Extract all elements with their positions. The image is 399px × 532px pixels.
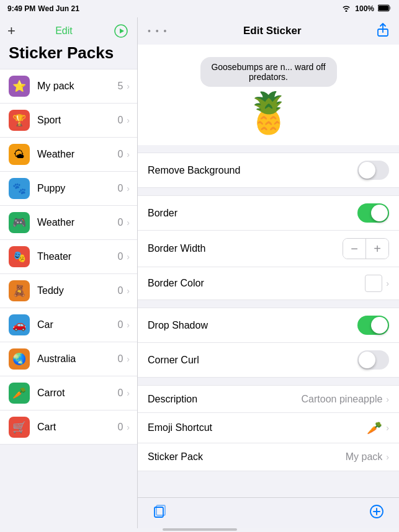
emoji-shortcut-value: 🥕 [367, 420, 382, 435]
border-width-stepper[interactable]: − + [343, 238, 389, 259]
sticker-item-weather2[interactable]: 🎮 Weather 0 › [0, 206, 137, 240]
border-label: Border [148, 208, 357, 219]
svg-rect-1 [390, 6, 391, 9]
description-label: Description [148, 394, 302, 405]
sticker-chevron-car: › [127, 320, 130, 330]
bottom-bar [138, 497, 399, 528]
border-color-chevron: › [386, 278, 389, 288]
stepper-plus-button[interactable]: + [366, 239, 388, 259]
sticker-name-weather: Weather [37, 149, 117, 160]
status-date: Wed Jun 21 [38, 4, 79, 13]
sticker-item-car[interactable]: 🚗 Car 0 › [0, 308, 137, 342]
status-time: 9:49 PM [7, 4, 35, 13]
sticker-count-australia: 0 [117, 353, 123, 365]
sticker-chevron-weather: › [127, 149, 130, 159]
corner-curl-row: Corner Curl [138, 343, 399, 377]
sticker-item-theater[interactable]: 🎭 Theater 0 › [0, 240, 137, 274]
border-width-row: Border Width − + [138, 231, 399, 267]
border-color-swatch [365, 275, 382, 292]
sticker-icon-cart: 🛒 [9, 417, 30, 438]
remove-background-section: Remove Background [138, 153, 399, 188]
sticker-name-theater: Theater [37, 251, 117, 262]
drop-shadow-label: Drop Shadow [148, 320, 357, 331]
sticker-emoji: 🍍 [244, 93, 294, 133]
border-toggle[interactable] [357, 203, 389, 223]
sidebar: + Edit Sticker Packs ⭐ My pack 5 › 🏆 Spo… [0, 17, 138, 528]
play-button[interactable] [112, 22, 130, 40]
sticker-count-my-pack: 5 [117, 81, 123, 92]
sticker-chevron-my-pack: › [127, 81, 130, 91]
sidebar-title: Sticker Packs [0, 43, 137, 69]
status-bar: 9:49 PM Wed Jun 21 100% [0, 0, 399, 17]
sticker-count-weather2: 0 [117, 217, 123, 228]
sticker-pack-row[interactable]: Sticker Pack My pack › [138, 443, 399, 471]
home-bar [163, 528, 237, 531]
border-width-label: Border Width [148, 243, 343, 254]
sticker-icon-teddy: 🧸 [9, 280, 30, 301]
edit-button[interactable]: Edit [55, 25, 73, 37]
sticker-item-weather[interactable]: 🌤 Weather 0 › [0, 138, 137, 172]
sticker-pack-chevron: › [386, 452, 389, 462]
sticker-count-cart: 0 [117, 422, 123, 433]
share-button[interactable] [377, 23, 389, 40]
sticker-item-sport[interactable]: 🏆 Sport 0 › [0, 104, 137, 138]
border-color-row[interactable]: Border Color › [138, 267, 399, 299]
remove-background-toggle[interactable] [357, 161, 389, 180]
emoji-shortcut-row[interactable]: Emoji Shortcut 🥕 › [138, 413, 399, 443]
corner-curl-knob [359, 352, 375, 368]
sticker-name-puppy: Puppy [37, 183, 117, 194]
sticker-count-teddy: 0 [117, 285, 123, 296]
sticker-chevron-carrot: › [127, 388, 130, 398]
sticker-chevron-weather2: › [127, 218, 130, 228]
sticker-chevron-cart: › [127, 422, 130, 432]
sticker-chevron-teddy: › [127, 286, 130, 296]
remove-background-label: Remove Background [148, 165, 357, 176]
remove-background-row: Remove Background [138, 153, 399, 187]
sticker-pack-label: Sticker Pack [148, 451, 346, 463]
description-chevron: › [386, 394, 389, 404]
stepper-minus-button[interactable]: − [343, 239, 365, 259]
svg-rect-2 [379, 6, 388, 11]
sticker-item-australia[interactable]: 🌏 Australia 0 › [0, 342, 137, 376]
header-title: Edit Sticker [243, 25, 302, 37]
sticker-pack-value: My pack [346, 451, 383, 463]
corner-curl-toggle[interactable] [357, 350, 389, 370]
right-header: • • • Edit Sticker [138, 17, 399, 45]
wifi-icon [341, 4, 351, 14]
sticker-icon-my-pack: ⭐ [9, 76, 30, 97]
sticker-item-teddy[interactable]: 🧸 Teddy 0 › [0, 274, 137, 308]
sticker-item-cart[interactable]: 🛒 Cart 0 › [0, 410, 137, 445]
sticker-item-my-pack[interactable]: ⭐ My pack 5 › [0, 69, 137, 104]
border-row: Border [138, 196, 399, 231]
sticker-name-cart: Cart [37, 422, 117, 433]
sticker-count-car: 0 [117, 319, 123, 330]
sticker-icon-puppy: 🐾 [9, 178, 30, 199]
battery-text: 100% [355, 4, 374, 13]
add-sticker-button[interactable] [369, 504, 384, 523]
description-row[interactable]: Description Cartoon pineapple › [138, 386, 399, 413]
sticker-library-button[interactable] [153, 504, 168, 523]
home-indicator [0, 528, 399, 532]
sticker-chevron-australia: › [127, 354, 130, 364]
status-right: 100% [341, 4, 392, 14]
sticker-count-weather: 0 [117, 149, 123, 160]
app-body: + Edit Sticker Packs ⭐ My pack 5 › 🏆 Spo… [0, 17, 399, 528]
status-left: 9:49 PM Wed Jun 21 [7, 4, 79, 13]
sticker-icon-car: 🚗 [9, 314, 30, 335]
emoji-shortcut-label: Emoji Shortcut [148, 422, 367, 433]
sticker-item-puppy[interactable]: 🐾 Puppy 0 › [0, 172, 137, 206]
meta-section: Description Cartoon pineapple › Emoji Sh… [138, 385, 399, 471]
sticker-name-teddy: Teddy [37, 285, 117, 296]
border-color-label: Border Color [148, 278, 365, 289]
sticker-name-car: Car [37, 319, 117, 330]
sticker-count-carrot: 0 [117, 388, 123, 399]
border-section: Border Border Width − + Border Color [138, 195, 399, 300]
drop-shadow-toggle[interactable] [357, 316, 389, 335]
sticker-chevron-puppy: › [127, 184, 130, 193]
add-sticker-pack-button[interactable]: + [7, 24, 16, 38]
sticker-item-carrot[interactable]: 🥕 Carrot 0 › [0, 376, 137, 410]
description-value: Cartoon pineapple [302, 394, 383, 405]
sticker-icon-weather2: 🎮 [9, 212, 30, 233]
sticker-name-australia: Australia [37, 353, 117, 365]
right-panel: • • • Edit Sticker Goosebumps are n... w… [138, 17, 399, 528]
